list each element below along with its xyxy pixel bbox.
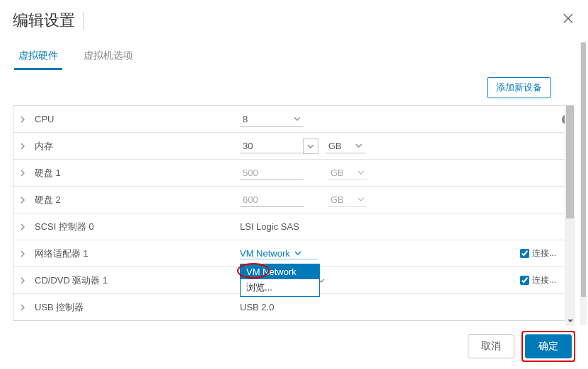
hardware-table: CPU 8 i 内存: [13, 105, 575, 321]
tab-virtual-hardware[interactable]: 虚拟硬件: [14, 44, 62, 70]
cddvd-label: CD/DVD 驱动器 1: [35, 274, 108, 287]
chevron-right-icon: [21, 116, 28, 123]
disk1-unit-select[interactable]: GB: [328, 166, 367, 180]
title-divider: [83, 12, 84, 29]
row-label-cell[interactable]: USB 控制器: [21, 301, 240, 314]
chevron-right-icon: [21, 277, 28, 284]
row-usb: USB 控制器 USB 2.0: [13, 294, 575, 321]
scsi-label: SCSI 控制器 0: [35, 221, 94, 233]
chevron-right-icon: [21, 304, 28, 311]
row-label-cell[interactable]: 硬盘 2: [21, 194, 240, 206]
scrollbar-down-arrow-icon[interactable]: [565, 315, 575, 326]
chevron-right-icon: [21, 143, 28, 150]
chevron-down-icon: [357, 170, 364, 175]
dialog-title: 编辑设置: [13, 10, 75, 31]
chevron-down-icon: [355, 144, 362, 148]
chevron-down-icon: [357, 197, 364, 201]
network1-label: 网络适配器 1: [35, 247, 88, 260]
row-label-cell[interactable]: 内存: [21, 140, 240, 153]
scsi-value-cell: LSI Logic SAS: [240, 221, 565, 232]
network-dropdown: VM Network 浏览...: [240, 264, 320, 297]
toolbar: 添加新设备: [13, 70, 575, 105]
memory-value-cell: GB: [240, 139, 565, 154]
content-area: 添加新设备 CPU 8 i 内存: [0, 70, 588, 326]
network1-value: VM Network: [240, 248, 290, 259]
network1-select[interactable]: VM Network: [240, 248, 318, 259]
disk1-value-cell: GB: [240, 166, 565, 180]
chevron-right-icon: [21, 250, 28, 257]
usb-value: USB 2.0: [240, 302, 274, 312]
row-memory: 内存 GB: [13, 133, 575, 160]
usb-label: USB 控制器: [35, 301, 83, 314]
row-network1: 网络适配器 1 VM Network VM Network 浏览... 连接.: [13, 240, 575, 267]
chevron-right-icon: [21, 223, 28, 230]
row-disk2: 硬盘 2 GB: [13, 187, 575, 213]
chevron-right-icon: [21, 197, 28, 204]
row-scsi: SCSI 控制器 0 LSI Logic SAS: [13, 213, 575, 240]
cpu-value: 8: [243, 114, 248, 124]
cddvd-connect-label: 连接...: [532, 274, 556, 286]
tabs: 虚拟硬件 虚拟机选项: [0, 31, 588, 70]
disk2-value-cell: GB: [240, 193, 565, 207]
cddvd-connect[interactable]: 连接...: [520, 274, 556, 286]
disk1-label: 硬盘 1: [35, 167, 61, 180]
row-label-cell[interactable]: 硬盘 1: [21, 167, 240, 180]
scsi-value: LSI Logic SAS: [240, 221, 299, 232]
disk2-unit-select[interactable]: GB: [328, 193, 367, 207]
chevron-right-icon: [21, 170, 28, 177]
cpu-value-cell: 8: [240, 112, 565, 127]
row-disk1: 硬盘 1 GB: [13, 160, 575, 187]
cpu-select[interactable]: 8: [240, 112, 304, 127]
dialog-header: 编辑设置: [0, 0, 588, 31]
add-new-device-button[interactable]: 添加新设备: [487, 77, 551, 98]
network1-connect-checkbox[interactable]: [520, 249, 529, 258]
network1-connect-label: 连接...: [532, 247, 556, 259]
ok-button[interactable]: 确定: [525, 334, 572, 358]
row-label-cell[interactable]: CD/DVD 驱动器 1: [21, 274, 240, 287]
outer-scrollbar[interactable]: [580, 42, 587, 325]
chevron-down-icon: [294, 251, 301, 255]
hardware-table-scroll: CPU 8 i 内存: [13, 105, 575, 326]
scrollbar-thumb[interactable]: [566, 105, 574, 218]
disk2-input[interactable]: [240, 193, 304, 207]
close-icon[interactable]: [561, 11, 575, 25]
cancel-button[interactable]: 取消: [468, 334, 514, 358]
cddvd-connect-checkbox[interactable]: [520, 276, 529, 285]
row-cpu: CPU 8 i: [13, 106, 575, 133]
row-label-cell[interactable]: SCSI 控制器 0: [21, 221, 240, 233]
tab-vm-options[interactable]: 虚拟机选项: [79, 44, 137, 70]
network1-connect[interactable]: 连接...: [520, 247, 556, 259]
disk1-input[interactable]: [240, 166, 304, 180]
disk1-unit: GB: [330, 168, 344, 178]
network-option-vmnetwork[interactable]: VM Network: [241, 264, 319, 279]
disk2-unit: GB: [330, 194, 344, 205]
memory-unit-select[interactable]: GB: [325, 139, 365, 153]
memory-stepper[interactable]: [303, 139, 318, 154]
usb-value-cell: USB 2.0: [240, 302, 565, 312]
disk2-label: 硬盘 2: [35, 194, 61, 206]
row-label-cell[interactable]: CPU: [21, 114, 240, 124]
chevron-down-icon: [294, 117, 301, 121]
memory-input[interactable]: [240, 139, 304, 153]
network1-value-cell: VM Network VM Network 浏览...: [240, 248, 565, 259]
memory-label: 内存: [35, 140, 53, 153]
dialog-footer: 取消 确定: [468, 331, 575, 362]
memory-unit: GB: [328, 141, 342, 151]
edit-settings-dialog: 编辑设置 虚拟硬件 虚拟机选项 添加新设备 CPU 8: [0, 0, 588, 369]
network-option-browse[interactable]: 浏览...: [241, 279, 319, 296]
annotation-ok-highlight: 确定: [521, 331, 575, 362]
outer-scrollbar-thumb[interactable]: [581, 42, 586, 297]
inner-scrollbar[interactable]: [565, 105, 575, 326]
cpu-label: CPU: [35, 114, 54, 124]
row-label-cell[interactable]: 网络适配器 1: [21, 247, 240, 260]
